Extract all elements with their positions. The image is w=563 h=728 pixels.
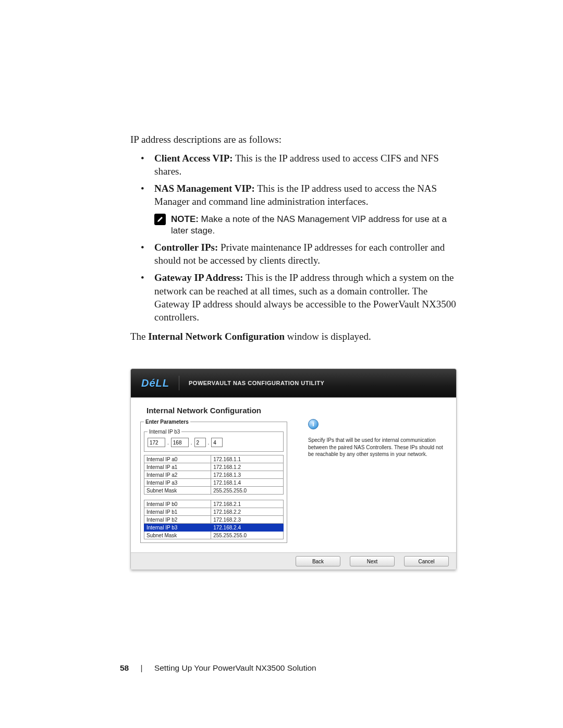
ip-label-cell: Internal IP b2	[144, 516, 211, 524]
bullet-bold: NAS Management VIP:	[154, 183, 255, 194]
bullet-bold: Controller IPs:	[154, 242, 218, 253]
ip-label-cell: Internal IP a2	[144, 471, 211, 479]
dot: .	[166, 440, 170, 446]
ip-octet-2[interactable]	[194, 438, 206, 447]
info-text: Specify IPs that will be used for intern…	[308, 437, 444, 458]
table-row[interactable]: Subnet Mask255.255.255.0	[144, 532, 284, 539]
ip-octet-1[interactable]	[171, 438, 189, 447]
utility-titlebar: DéLL POWERVAULT NAS CONFIGURATION UTILIT…	[131, 369, 456, 398]
enter-parameters-fieldset: Enter Parameters Internal IP b3 . . .	[140, 419, 287, 543]
legend-enter: Enter Parameters	[144, 419, 190, 425]
ip-value-cell: 172.168.1.2	[211, 463, 284, 471]
internal-ip-b3-fieldset: Internal IP b3 . . .	[144, 429, 284, 452]
ip-octet-3[interactable]	[211, 438, 223, 447]
back-button[interactable]: Back	[296, 556, 340, 566]
ip-octet-0[interactable]	[148, 438, 165, 447]
ip-value-cell: 255.255.255.0	[211, 487, 284, 495]
table-row[interactable]: Internal IP b3172.168.2.4	[144, 524, 284, 532]
note-text: NOTE: Make a note of the NAS Management …	[171, 214, 457, 237]
config-utility-window: DéLL POWERVAULT NAS CONFIGURATION UTILIT…	[130, 368, 457, 570]
displayed-bold: Internal Network Configuration	[148, 331, 285, 342]
legend-b3: Internal IP b3	[148, 429, 181, 435]
page-footer: 58 | Setting Up Your PowerVault NX3500 S…	[120, 663, 316, 673]
footer-separator: |	[141, 663, 143, 672]
note-block: NOTE: Make a note of the NAS Management …	[154, 214, 457, 237]
ip-value-cell: 172.168.2.1	[211, 500, 284, 508]
ip-label-cell: Subnet Mask	[144, 532, 211, 539]
ip-label-cell: Internal IP a3	[144, 479, 211, 487]
note-bold: NOTE:	[171, 214, 199, 224]
ip-label-cell: Internal IP b3	[144, 524, 211, 532]
ip-label-cell: Internal IP a0	[144, 455, 211, 463]
page-number: 58	[120, 663, 129, 672]
utility-body: Internal Network Configuration Enter Par…	[131, 398, 456, 552]
ip-value-cell: 255.255.255.0	[211, 532, 284, 539]
bullet-bold: Gateway IP Address:	[154, 272, 243, 283]
ip-value-cell: 172.168.1.4	[211, 479, 284, 487]
footer-title: Setting Up Your PowerVault NX3500 Soluti…	[154, 663, 316, 672]
cancel-button[interactable]: Cancel	[404, 556, 449, 566]
table-row[interactable]: Subnet Mask255.255.255.0	[144, 487, 284, 495]
table-row[interactable]: Internal IP b0172.168.2.1	[144, 500, 284, 508]
ip-value-cell: 172.168.2.2	[211, 508, 284, 516]
info-column: i Specify IPs that will be used for inte…	[308, 419, 448, 552]
table-row[interactable]: Internal IP a0172.168.1.1	[144, 455, 284, 463]
note-pencil-icon	[154, 214, 166, 225]
titlebar-divider	[179, 376, 179, 390]
dot: .	[207, 440, 211, 446]
info-icon: i	[308, 419, 319, 429]
bullet-item: NAS Management VIP: This is the IP addre…	[141, 182, 457, 208]
displayed-prefix: The	[130, 331, 148, 342]
ip-label-cell: Subnet Mask	[144, 487, 211, 495]
ip-value-cell: 172.168.2.3	[211, 516, 284, 524]
ip-table-b: Internal IP b0172.168.2.1Internal IP b11…	[144, 500, 284, 539]
utility-footer: Back Next Cancel	[131, 552, 456, 570]
dot: .	[190, 440, 193, 446]
displayed-line: The Internal Network Configuration windo…	[130, 330, 457, 343]
ip-value-cell: 172.168.1.1	[211, 455, 284, 463]
section-title: Internal Network Configuration	[146, 406, 448, 415]
table-row[interactable]: Internal IP a3172.168.1.4	[144, 479, 284, 487]
ip-table-a: Internal IP a0172.168.1.1Internal IP a11…	[144, 455, 284, 495]
ip-label-cell: Internal IP a1	[144, 463, 211, 471]
dell-logo: DéLL	[141, 377, 169, 389]
ip-label-cell: Internal IP b1	[144, 508, 211, 516]
intro-text: IP address descriptions are as follows:	[130, 133, 457, 146]
table-row[interactable]: Internal IP b2172.168.2.3	[144, 516, 284, 524]
bullet-item: Gateway IP Address: This is the IP addre…	[141, 271, 457, 324]
ip-value-cell: 172.168.2.4	[211, 524, 284, 532]
ip-value-cell: 172.168.1.3	[211, 471, 284, 479]
table-row[interactable]: Internal IP a2172.168.1.3	[144, 471, 284, 479]
table-row[interactable]: Internal IP a1172.168.1.2	[144, 463, 284, 471]
bullet-item: Controller IPs: Private maintenance IP a…	[141, 241, 457, 267]
bullet-bold: Client Access VIP:	[154, 153, 233, 164]
ip-label-cell: Internal IP b0	[144, 500, 211, 508]
utility-title: POWERVAULT NAS CONFIGURATION UTILITY	[189, 380, 324, 386]
table-row[interactable]: Internal IP b1172.168.2.2	[144, 508, 284, 516]
next-button[interactable]: Next	[350, 556, 395, 566]
bullet-item: Client Access VIP: This is the IP addres…	[141, 152, 457, 178]
displayed-suffix: window is displayed.	[285, 331, 371, 342]
note-body: Make a note of the NAS Management VIP ad…	[171, 214, 447, 236]
